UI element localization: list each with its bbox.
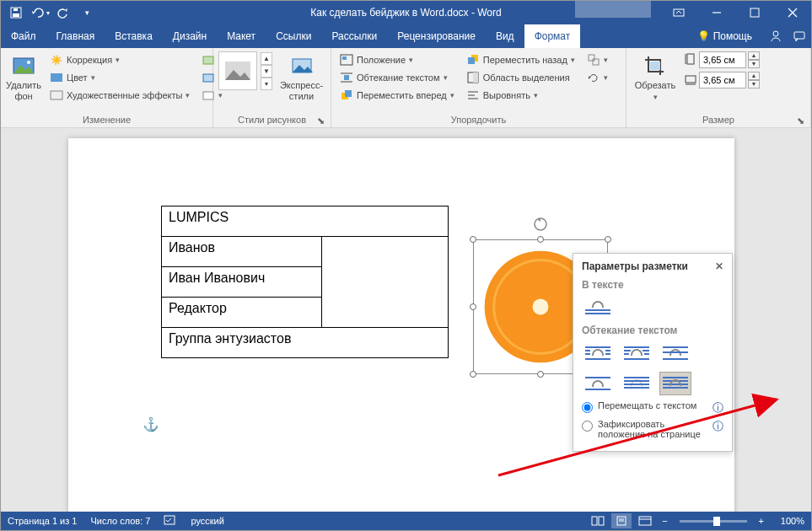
resize-handle[interactable] [470, 303, 476, 310]
tab-home[interactable]: Главная [46, 24, 105, 48]
save-icon[interactable] [6, 3, 26, 23]
align-button[interactable]: Выровнять [463, 87, 578, 104]
wrap-infront-icon[interactable] [659, 372, 691, 395]
read-mode-icon[interactable] [588, 513, 608, 528]
svg-rect-2 [13, 8, 18, 11]
wrap-text-button[interactable]: Обтекание текстом [336, 69, 458, 86]
zoom-level[interactable]: 100% [771, 516, 804, 526]
panel-title: Параметры разметки [582, 260, 688, 272]
svg-rect-36 [650, 62, 660, 70]
bring-forward-button[interactable]: Переместить вперед [336, 87, 458, 104]
svg-rect-35 [593, 59, 599, 65]
wrap-behind-icon[interactable] [621, 372, 653, 395]
zoom-out-icon[interactable]: − [659, 516, 670, 526]
spinner-up-icon[interactable]: ▲ [748, 51, 760, 60]
minimize-icon[interactable] [697, 1, 735, 24]
table-cell[interactable]: Иван Иванович [162, 267, 322, 298]
group-icon [587, 53, 600, 67]
page: LUMPICS Иванов Иван Иванович Редактор Гр… [68, 138, 734, 512]
spinner-down-icon[interactable]: ▼ [748, 80, 760, 88]
gallery-down-icon[interactable]: ▼ [261, 65, 272, 78]
language-status[interactable]: русский [191, 516, 223, 526]
help-button[interactable]: 💡Помощь [686, 30, 764, 42]
undo-icon[interactable]: ▾ [30, 3, 50, 23]
svg-point-8 [773, 31, 778, 36]
gallery-up-icon[interactable]: ▲ [261, 52, 272, 65]
resize-handle[interactable] [537, 236, 544, 243]
height-input[interactable] [699, 51, 746, 68]
print-layout-icon[interactable] [611, 513, 632, 528]
rotate-button[interactable]: ▾ [583, 69, 611, 86]
brightness-icon: ☀️ [50, 53, 63, 67]
badge-table[interactable]: LUMPICS Иванов Иван Иванович Редактор Гр… [161, 206, 449, 358]
send-backward-icon [466, 53, 480, 67]
spinner-up-icon[interactable]: ▲ [748, 72, 760, 80]
width-input[interactable] [699, 72, 746, 88]
style-gallery-item[interactable] [218, 51, 257, 90]
remove-background-button[interactable]: Удалить фон [6, 51, 41, 102]
zoom-slider[interactable] [680, 520, 747, 523]
tab-review[interactable]: Рецензирование [387, 24, 486, 48]
tab-design[interactable]: Дизайн [163, 24, 217, 48]
wrap-tight-icon[interactable] [621, 341, 653, 365]
tab-view[interactable]: Вид [486, 24, 524, 48]
page-count[interactable]: Страница 1 из 1 [8, 516, 77, 526]
resize-handle[interactable] [470, 371, 476, 378]
table-cell[interactable]: Группа энтузиастов [162, 328, 449, 358]
position-button[interactable]: Положение [336, 51, 458, 68]
resize-handle[interactable] [470, 236, 476, 243]
rotate-handle[interactable] [533, 217, 548, 235]
group-objects-button[interactable]: ▾ [583, 51, 611, 68]
web-layout-icon[interactable] [635, 513, 655, 528]
document-area[interactable]: LUMPICS Иванов Иван Иванович Редактор Гр… [1, 128, 811, 512]
align-icon [466, 88, 480, 102]
spinner-down-icon[interactable]: ▼ [748, 60, 760, 68]
crop-button[interactable]: Обрезать▾ [632, 51, 679, 102]
corrections-button[interactable]: ☀️Коррекция [46, 51, 193, 68]
zoom-in-icon[interactable]: + [756, 516, 767, 526]
svg-rect-34 [589, 55, 594, 61]
artistic-effects-button[interactable]: Художественные эффекты [46, 87, 193, 104]
share-icon[interactable] [764, 30, 788, 43]
bring-forward-icon [340, 88, 353, 102]
close-icon[interactable]: ✕ [715, 260, 723, 272]
express-styles-button[interactable]: Экспресс- стили [277, 51, 325, 102]
redo-icon[interactable] [53, 3, 73, 23]
resize-handle[interactable] [537, 371, 544, 378]
ribbon-display-icon[interactable] [659, 1, 697, 24]
tab-insert[interactable]: Вставка [105, 24, 163, 48]
tab-mailings[interactable]: Рассылки [321, 24, 387, 48]
wrap-through-icon[interactable] [659, 341, 691, 365]
comments-icon[interactable] [788, 30, 811, 43]
selection-pane-button[interactable]: Область выделения [463, 69, 578, 86]
table-cell[interactable]: Редактор [162, 298, 322, 328]
svg-point-43 [533, 299, 549, 315]
table-cell[interactable]: LUMPICS [162, 206, 449, 237]
send-backward-button[interactable]: Переместить назад [463, 51, 578, 68]
radio-fix-on-page[interactable]: Зафиксировать положение на страницеⓘ [582, 419, 723, 439]
maximize-icon[interactable] [735, 1, 773, 24]
table-cell[interactable]: Иванов [162, 237, 322, 267]
account-badge[interactable] [575, 1, 651, 18]
wrap-topbottom-icon[interactable] [582, 372, 614, 395]
spellcheck-icon[interactable] [164, 514, 177, 528]
gallery-more-icon[interactable]: ▾ [261, 78, 272, 90]
radio-move-with-text[interactable]: Перемещать с текстомⓘ [582, 400, 723, 416]
resize-handle[interactable] [605, 236, 611, 243]
wrap-square-icon[interactable] [582, 341, 614, 365]
anchor-icon[interactable]: ⚓ [143, 416, 159, 432]
close-icon[interactable] [773, 1, 811, 24]
tab-file[interactable]: Файл [1, 24, 46, 48]
tab-format[interactable]: Формат [524, 24, 581, 48]
color-button[interactable]: Цвет [46, 69, 193, 86]
wrap-inline-icon[interactable] [582, 296, 614, 319]
dialog-launcher-icon[interactable]: ⬊ [315, 115, 325, 126]
info-icon[interactable]: ⓘ [713, 419, 723, 434]
table-cell[interactable] [322, 237, 449, 328]
tab-layout[interactable]: Макет [217, 24, 266, 48]
qat-customize-icon[interactable]: ▾ [77, 3, 97, 23]
info-icon[interactable]: ⓘ [713, 400, 723, 416]
word-count[interactable]: Число слов: 7 [90, 516, 150, 526]
tab-references[interactable]: Ссылки [266, 24, 321, 48]
dialog-launcher-icon[interactable]: ⬊ [795, 115, 805, 126]
